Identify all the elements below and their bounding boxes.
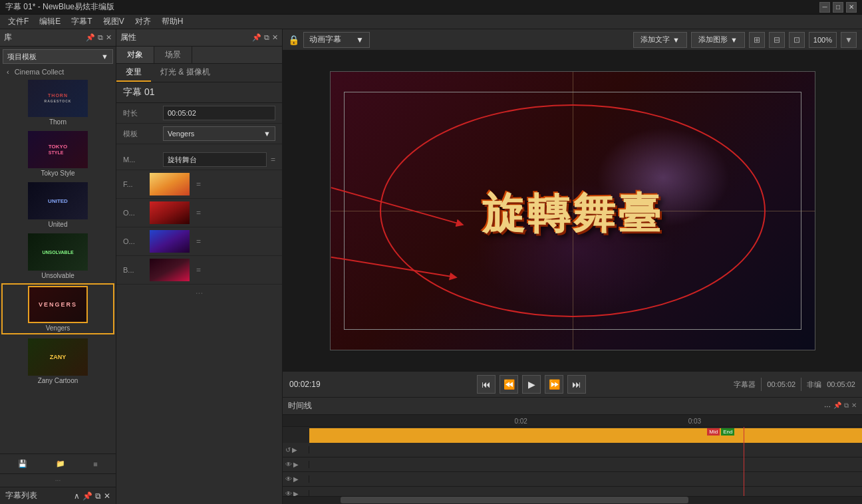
track-3-arrow[interactable]: ▶ [293, 475, 299, 483]
three-dots-icon: ··· [824, 402, 831, 411]
library-items: THORNRAGESTOCK Thorn TOKYOSTYLE Tokyo St… [0, 77, 116, 453]
library-copy-icon[interactable]: ⧉ [98, 33, 103, 42]
library-panel: 库 📌 ⧉ ✕ 项目模板 ▼ ‹ Cinema Collect THORNRAG… [0, 29, 116, 504]
title-bar: 字幕 01* - NewBlue易炫非编版 ─ □ ✕ [0, 0, 862, 15]
properties-copy-icon[interactable]: ⧉ [264, 33, 269, 42]
track-loop-icon[interactable]: ↺ [285, 446, 291, 453]
chinese-text: 旋轉舞臺 [482, 190, 663, 237]
subtitle-title: 字幕 01 [116, 82, 282, 103]
menu-view[interactable]: 视图V [98, 15, 130, 29]
library-nav: ‹ Cinema Collect [0, 66, 116, 77]
track-3-eye-icon[interactable]: 👁 [285, 475, 292, 483]
non-edit-time: 00:05:02 [827, 380, 855, 388]
library-thumb-unsolvable: UNSOLVABLE [28, 233, 88, 271]
track-1-arrow[interactable]: ▶ [292, 446, 297, 453]
skip-to-start-button[interactable]: ⏮ [477, 375, 496, 394]
timeline-pin-icon[interactable]: 📌 [833, 402, 841, 411]
template-dropdown[interactable]: Vengers ▼ [163, 126, 275, 141]
library-list-icon[interactable]: ≡ [93, 460, 97, 468]
library-title: 库 [4, 32, 12, 43]
library-dropdown-arrow: ▼ [101, 53, 108, 61]
menu-file[interactable]: 文件F [3, 15, 34, 29]
grid-icon[interactable]: ⊞ [749, 32, 765, 48]
timeline-title: 时间线 [288, 400, 312, 412]
library-footer: 💾 📁 ≡ [0, 453, 116, 473]
timeline-copy-icon[interactable]: ⧉ [844, 402, 849, 411]
library-save-icon[interactable]: 💾 [18, 459, 27, 468]
library-item-tokyo[interactable]: TOKYOSTYLE Tokyo Style [1, 130, 114, 178]
track-4-arrow[interactable]: ▶ [293, 490, 299, 496]
subtitle-list-close-icon[interactable]: ✕ [104, 491, 110, 501]
next-frame-button[interactable]: ⏩ [545, 375, 563, 394]
lock-icon[interactable]: 🔒 [288, 35, 299, 45]
minimize-button[interactable]: ─ [819, 2, 830, 13]
menu-help[interactable]: 帮助H [156, 15, 189, 29]
add-shape-label: 添加图形 [698, 35, 728, 45]
view-icon[interactable]: ⊟ [769, 32, 785, 48]
preview-mode-dropdown[interactable]: 动画字幕 ▼ [303, 32, 370, 48]
library-dropdown[interactable]: 项目模板 ▼ [3, 49, 113, 64]
library-item-zany[interactable]: ZANY Zany Cartoon [1, 337, 114, 386]
menu-align[interactable]: 对齐 [130, 15, 156, 29]
timeline-close-icon[interactable]: ✕ [851, 402, 857, 411]
close-button[interactable]: ✕ [846, 2, 857, 13]
duration-row: 时长 00:05:02 [116, 103, 282, 124]
prop-o1-swatch[interactable] [150, 201, 190, 224]
zoom-dropdown-icon[interactable]: ▼ [841, 32, 857, 48]
duration-value[interactable]: 00:05:02 [163, 106, 275, 120]
library-item-vengers[interactable]: VENGERS Vengers [1, 283, 114, 334]
prop-b-swatch[interactable] [150, 259, 190, 281]
properties-close-icon[interactable]: ✕ [272, 33, 278, 42]
play-pause-button[interactable]: ▶ [522, 375, 541, 394]
subtitle-list-copy-icon[interactable]: ⧉ [95, 491, 101, 501]
preview-canvas[interactable]: 旋轉舞臺 [283, 51, 862, 371]
prop-o2-equals: = [196, 237, 201, 246]
prop-b-equals: = [196, 265, 201, 275]
horizontal-scrollbar[interactable] [283, 496, 862, 504]
track-4-eye-icon[interactable]: 👁 [285, 490, 292, 496]
prev-frame-button[interactable]: ⏪ [500, 375, 518, 394]
track-2-controls: 👁 ▶ [283, 461, 309, 468]
non-edit-label: 非编 [807, 380, 821, 390]
skip-to-end-button[interactable]: ⏭ [567, 375, 586, 394]
main-layout: 库 📌 ⧉ ✕ 项目模板 ▼ ‹ Cinema Collect THORNRAG… [0, 29, 862, 504]
prop-b-row: B... = [116, 256, 282, 285]
library-thumb-tokyo: TOKYOSTYLE [28, 131, 88, 168]
timeline-section: 时间线 ··· 📌 ⧉ ✕ 0:02 0:03 [283, 398, 862, 504]
library-folder-icon[interactable]: 📁 [56, 459, 65, 468]
subtitle-list-up-icon[interactable]: ∧ [74, 491, 80, 501]
library-nav-label: Cinema Collect [15, 68, 65, 76]
prop-m-value[interactable]: 旋转舞台 [163, 152, 267, 167]
subtab-lighting[interactable]: 灯光 & 摄像机 [151, 64, 219, 82]
library-item-united[interactable]: UNITED United [1, 181, 114, 229]
subtab-transform[interactable]: 变里 [116, 64, 151, 82]
subtitle-list-section: 字幕列表 ∧ 📌 ⧉ ✕ [0, 487, 116, 504]
tab-object[interactable]: 对象 [116, 47, 154, 63]
track-3-content [309, 472, 862, 486]
add-shape-button[interactable]: 添加图形 ▼ [691, 32, 745, 48]
template-label: 模板 [123, 129, 163, 139]
track-2-arrow[interactable]: ▶ [293, 461, 299, 468]
prop-o2-swatch[interactable] [150, 230, 190, 253]
scrollbar-thumb[interactable] [341, 497, 688, 503]
menu-edit[interactable]: 编辑E [34, 15, 66, 29]
right-panel: 🔒 动画字幕 ▼ 添加文字 ▼ 添加图形 ▼ ⊞ ⊟ ⊡ 100% ▼ [283, 29, 862, 504]
library-item-thorn[interactable]: THORNRAGESTOCK Thorn [1, 78, 114, 127]
track-eye-icon[interactable]: 👁 [285, 461, 292, 468]
library-close-icon[interactable]: ✕ [106, 33, 112, 42]
library-nav-back[interactable]: ‹ [7, 68, 9, 76]
preview-mode-arrow: ▼ [356, 35, 364, 45]
properties-pin-icon[interactable]: 📌 [252, 33, 261, 42]
fullscreen-icon[interactable]: ⊡ [789, 32, 805, 48]
maximize-button[interactable]: □ [833, 2, 843, 13]
library-item-unsolvable[interactable]: UNSOLVABLE Unsolvable [1, 232, 114, 281]
prop-f-swatch[interactable] [150, 173, 190, 195]
subtitle-list-pin-icon[interactable]: 📌 [82, 491, 92, 501]
library-pin-icon[interactable]: 📌 [86, 33, 95, 42]
prop-b-label: B... [123, 266, 150, 274]
prop-dots: ··· [116, 285, 282, 301]
menu-subtitle[interactable]: 字幕T [66, 15, 97, 29]
add-text-button[interactable]: 添加文字 ▼ [633, 32, 687, 48]
tab-scene[interactable]: 场景 [154, 47, 192, 63]
end-marker: End [721, 428, 734, 436]
